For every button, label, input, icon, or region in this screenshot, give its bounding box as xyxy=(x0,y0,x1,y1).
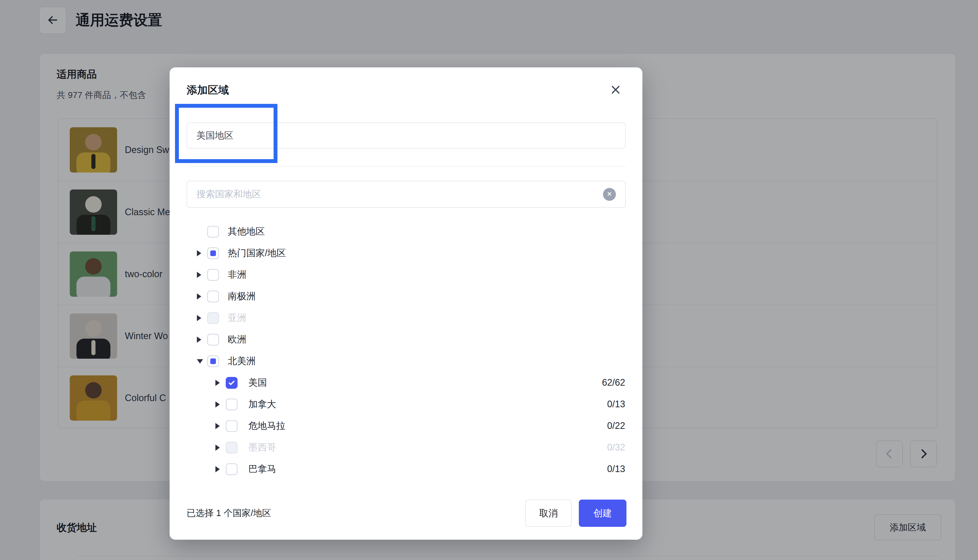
selected-count-text: 已选择 1 个国家/地区 xyxy=(187,507,271,518)
tree-row[interactable]: 其他地区 xyxy=(187,221,626,242)
tree-checkbox[interactable] xyxy=(226,442,237,453)
tree-label: 南极洲 xyxy=(228,290,256,303)
tree-row[interactable]: 亚洲 xyxy=(187,307,626,329)
expand-arrow-icon[interactable] xyxy=(197,293,201,300)
expand-arrow-icon[interactable] xyxy=(197,359,203,363)
tree-row[interactable]: 墨西哥 0/32 xyxy=(187,437,626,458)
tree-checkbox[interactable] xyxy=(207,312,219,324)
tree-row[interactable]: 加拿大 0/13 xyxy=(187,393,626,415)
tree-checkbox[interactable] xyxy=(207,290,219,302)
close-button[interactable] xyxy=(609,83,622,97)
modal-title: 添加区域 xyxy=(187,84,229,96)
tree-checkbox[interactable] xyxy=(226,463,237,475)
expand-arrow-icon[interactable] xyxy=(197,337,201,343)
tree-row[interactable]: 美国 62/62 xyxy=(187,372,626,393)
tree-label: 美国 xyxy=(248,377,267,389)
tree-checkbox[interactable] xyxy=(226,377,237,389)
region-name-value: 美国地区 xyxy=(196,129,233,142)
tree-checkbox[interactable] xyxy=(226,420,237,432)
tree-label: 加拿大 xyxy=(248,398,276,411)
tree-label: 墨西哥 xyxy=(248,441,276,454)
add-region-modal: 添加区域 美国地区 搜索国家和地区 其他地区 xyxy=(170,67,642,540)
tree-count: 0/13 xyxy=(607,399,625,410)
tree-label: 危地马拉 xyxy=(248,420,286,432)
tree-checkbox[interactable] xyxy=(207,334,219,345)
tree-checkbox[interactable] xyxy=(207,247,219,259)
tree-label: 其他地区 xyxy=(228,225,265,238)
tree-row[interactable]: 危地马拉 0/22 xyxy=(187,415,626,437)
clear-circle-icon xyxy=(607,188,612,201)
create-button[interactable]: 创建 xyxy=(579,500,627,527)
close-icon xyxy=(610,84,621,96)
tree-label: 北美洲 xyxy=(228,355,256,367)
tree-row[interactable]: 南极洲 xyxy=(187,286,626,307)
tree-label: 亚洲 xyxy=(228,312,246,324)
tree-count: 0/32 xyxy=(607,442,625,453)
indeterminate-mark xyxy=(210,250,216,256)
expand-arrow-icon[interactable] xyxy=(216,445,220,451)
tree-label: 热门国家/地区 xyxy=(228,247,286,260)
country-search-input[interactable]: 搜索国家和地区 xyxy=(187,181,626,208)
cancel-button[interactable]: 取消 xyxy=(525,500,572,527)
country-tree: 其他地区 热门国家/地区 非洲 南 xyxy=(187,221,626,480)
indeterminate-mark xyxy=(210,358,216,364)
divider xyxy=(187,166,626,167)
tree-checkbox[interactable] xyxy=(207,355,219,367)
tree-label: 欧洲 xyxy=(228,333,246,346)
tree-checkbox[interactable] xyxy=(207,226,219,238)
expand-arrow-icon[interactable] xyxy=(197,272,201,278)
expand-arrow-icon[interactable] xyxy=(197,250,201,256)
expand-arrow-icon[interactable] xyxy=(216,466,220,472)
tree-row[interactable]: 巴拿马 0/13 xyxy=(187,458,626,480)
tree-row[interactable]: 非洲 xyxy=(187,264,626,286)
tree-checkbox[interactable] xyxy=(226,398,237,410)
tree-checkbox[interactable] xyxy=(207,269,219,281)
region-name-input[interactable]: 美国地区 xyxy=(187,122,626,148)
tree-count: 0/22 xyxy=(607,420,625,431)
tree-count: 0/13 xyxy=(607,463,625,474)
expand-arrow-icon[interactable] xyxy=(216,402,220,408)
tree-label: 非洲 xyxy=(228,268,246,281)
search-placeholder: 搜索国家和地区 xyxy=(196,188,603,200)
tree-row[interactable]: 欧洲 xyxy=(187,329,626,350)
tree-count: 62/62 xyxy=(602,377,625,388)
tree-row[interactable]: 北美洲 xyxy=(187,350,626,372)
tree-label: 巴拿马 xyxy=(248,463,276,475)
check-icon xyxy=(227,379,236,387)
expand-arrow-icon[interactable] xyxy=(216,423,220,429)
expand-arrow-icon[interactable] xyxy=(197,315,201,321)
expand-arrow-icon[interactable] xyxy=(216,380,220,386)
tree-row[interactable]: 热门国家/地区 xyxy=(187,242,626,264)
clear-search-button[interactable] xyxy=(603,188,616,201)
